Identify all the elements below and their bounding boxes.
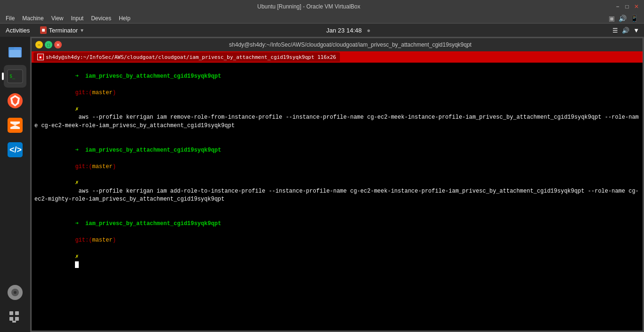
svg-rect-1 [8, 47, 14, 50]
dock-item-files[interactable] [4, 40, 26, 63]
terminal-minimize-button[interactable]: − [35, 41, 43, 49]
svg-rect-19 [12, 321, 16, 323]
disk-icon [7, 284, 24, 301]
vbox-icon-audio: 🔊 [619, 15, 627, 22]
gnome-clock[interactable]: Jan 23 14:48 ● [89, 27, 608, 34]
svg-text:$_: $_ [9, 73, 16, 79]
terminator-taskbar-item[interactable]: ■ Terminator ▼ [35, 24, 89, 37]
svg-rect-2 [9, 50, 21, 57]
dock-item-show-apps[interactable] [4, 306, 26, 328]
svg-rect-15 [9, 311, 13, 315]
terminal-window-controls: − □ ✕ [35, 41, 62, 49]
ubuntu-desktop: $_ [0, 37, 644, 332]
brave-icon [7, 92, 24, 109]
svg-rect-18 [15, 317, 19, 321]
svg-text:</>: </> [9, 145, 22, 154]
terminal-window: − □ ✕ sh4dy@sh4dy:~/InfoSec/AWS/cloudgoa… [31, 38, 643, 331]
vbox-window-controls: − □ ✕ [614, 3, 640, 10]
vbox-minimize-button[interactable]: − [614, 3, 621, 10]
terminal-cursor [75, 261, 78, 268]
vscode-icon: </> [7, 141, 24, 158]
terminal-line-1: ➜ iam_privesc_by_attachment_cgid19syqk9q… [34, 65, 640, 138]
menu-machine[interactable]: Machine [18, 14, 47, 23]
sublime-icon [7, 117, 24, 134]
menu-view[interactable]: View [48, 14, 67, 23]
terminal-tabbar: ■ sh4dy@sh4dy:~/InfoSec/AWS/cloudgoat/cl… [32, 51, 643, 63]
left-dock: $_ [0, 37, 30, 332]
terminal-line-2: ➜ iam_privesc_by_attachment_cgid19syqk9q… [34, 138, 640, 212]
vbox-title: Ubuntu [Running] - Oracle VM VirtualBox [4, 3, 614, 10]
volume-icon: 🔊 [622, 27, 629, 34]
vbox-icon-multi-display: ▣ [609, 15, 615, 22]
tab-terminal-icon: ■ [37, 54, 44, 60]
terminal-restore-button[interactable]: □ [45, 41, 52, 49]
svg-rect-8 [8, 118, 23, 133]
terminal-close-button[interactable]: ✕ [54, 41, 62, 49]
menu-help[interactable]: Help [115, 14, 134, 23]
activities-button[interactable]: Activities [0, 24, 35, 37]
menu-devices[interactable]: Devices [87, 14, 115, 23]
ubuntu-vm: Activities ■ Terminator ▼ Jan 23 14:48 ●… [0, 24, 644, 332]
terminal-icon: $_ [7, 68, 24, 85]
terminal-titlebar: − □ ✕ sh4dy@sh4dy:~/InfoSec/AWS/cloudgoa… [32, 38, 643, 51]
dock-item-brave[interactable] [4, 89, 26, 112]
dock-active-indicator [2, 73, 4, 80]
svg-point-14 [14, 291, 17, 294]
power-icon: ▼ [633, 27, 639, 34]
terminal-tab[interactable]: ■ sh4dy@sh4dy:~/InfoSec/AWS/cloudgoat/cl… [33, 52, 340, 62]
dock-item-vscode[interactable]: </> [4, 138, 26, 161]
terminal-content[interactable]: ➜ iam_privesc_by_attachment_cgid19syqk9q… [32, 63, 643, 331]
dock-item-sublime[interactable] [4, 114, 26, 137]
gnome-panel: Activities ■ Terminator ▼ Jan 23 14:48 ●… [0, 24, 644, 37]
svg-rect-16 [15, 311, 19, 315]
show-apps-icon [7, 308, 24, 325]
virtualbox-window: Ubuntu [Running] - Oracle VM VirtualBox … [0, 0, 644, 332]
vbox-icon-usb: 📱 [630, 15, 638, 22]
network-icon: ☰ [612, 27, 618, 34]
vbox-titlebar: Ubuntu [Running] - Oracle VM VirtualBox … [0, 0, 644, 13]
gnome-status-area: ☰ 🔊 ▼ [608, 27, 644, 34]
vbox-maximize-button[interactable]: □ [623, 3, 631, 10]
terminal-title: sh4dy@sh4dy:~/InfoSec/AWS/cloudgoat/clou… [62, 41, 639, 48]
menu-file[interactable]: File [2, 14, 18, 23]
dock-item-disk[interactable] [4, 281, 26, 304]
terminal-line-3: ➜ iam_privesc_by_attachment_cgid19syqk9q… [34, 212, 640, 277]
vbox-menubar: File Machine View Input Devices Help ▣ 🔊… [0, 13, 644, 24]
dock-item-terminal[interactable]: $_ [4, 65, 26, 88]
svg-rect-17 [9, 317, 13, 321]
files-icon [7, 43, 24, 60]
vbox-close-button[interactable]: ✕ [633, 3, 640, 10]
menu-input[interactable]: Input [67, 14, 88, 23]
